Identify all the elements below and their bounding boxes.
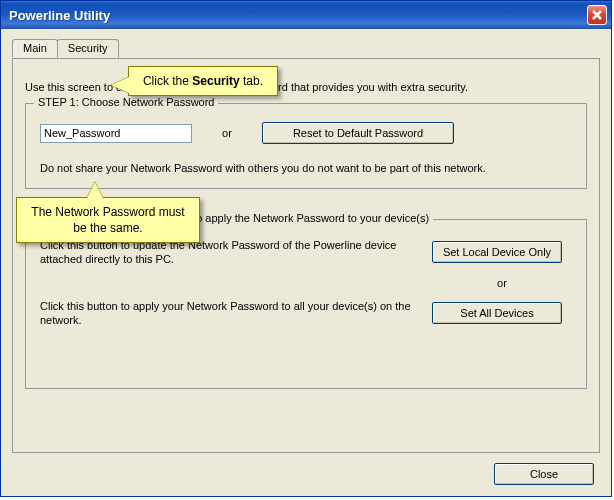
set-local-button[interactable]: Set Local Device Only — [432, 241, 562, 263]
tab-main[interactable]: Main — [12, 39, 58, 57]
set-all-button[interactable]: Set All Devices — [432, 302, 562, 324]
callout-arrow-icon — [87, 182, 103, 198]
tab-panel-security: Use this screen to create a Private Netw… — [12, 58, 600, 453]
client-area: Main Security Use this screen to create … — [4, 32, 608, 493]
group-step2: STEP 2: Choose how you want to apply the… — [25, 219, 587, 389]
tab-security[interactable]: Security — [57, 39, 119, 58]
step1-note: Do not share your Network Password with … — [40, 162, 572, 174]
close-icon[interactable] — [587, 5, 607, 25]
titlebar: Powerline Utility — [1, 1, 611, 29]
reset-password-button[interactable]: Reset to Default Password — [262, 122, 454, 144]
callout-password-same: The Network Password must be the same. — [16, 197, 200, 243]
step2-or-label: or — [432, 271, 572, 295]
close-button[interactable]: Close — [494, 463, 594, 485]
window-title: Powerline Utility — [9, 8, 110, 23]
step1-or-label: or — [192, 127, 262, 139]
intro-text: Use this screen to create a Private Netw… — [25, 81, 587, 93]
step2-all-text: Click this button to apply your Network … — [40, 299, 420, 328]
group-step1: STEP 1: Choose Network Password or Reset… — [25, 103, 587, 189]
footer: Close — [494, 463, 594, 485]
tabstrip: Main Security — [12, 39, 118, 57]
callout-security-tab: Click the Security tab. — [128, 66, 278, 96]
window: Powerline Utility Main Security Use this… — [0, 0, 612, 497]
password-input[interactable] — [40, 124, 192, 143]
step1-legend: STEP 1: Choose Network Password — [34, 96, 218, 108]
callout-arrow-icon — [111, 77, 129, 93]
